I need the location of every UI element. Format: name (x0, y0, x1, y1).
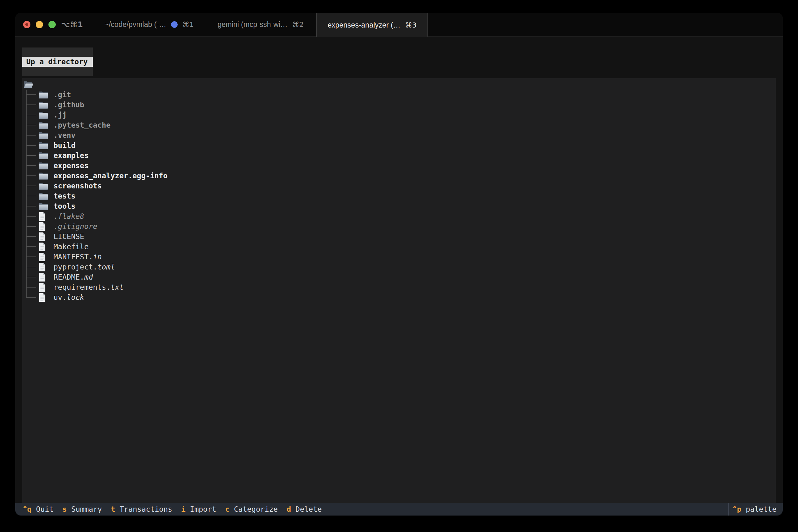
keybinding-label: Quit (36, 505, 54, 513)
tree-guide-line (23, 171, 39, 181)
file-tree: .git .github .jj .pytest_cache .venv (22, 78, 776, 503)
file-icon (39, 283, 48, 292)
folder-icon (39, 162, 48, 170)
keybinding-label: Delete (296, 505, 322, 513)
tab-bar: ⌥⌘1 ~/code/pvmlab (-… ⌘1 gemini (mcp-ssh… (15, 13, 783, 37)
folder-icon (39, 111, 48, 119)
tree-item[interactable]: build (23, 140, 776, 150)
footer-keybinding[interactable]: iImport (181, 505, 216, 513)
tree-item[interactable]: README.md (23, 272, 776, 282)
file-icon (39, 242, 48, 251)
tree-guide-line (23, 120, 39, 130)
tree-guide-line (23, 150, 39, 160)
keybinding-key: t (111, 505, 115, 513)
tab-gemini[interactable]: gemini (mcp-ssh-wi… ⌘2 (205, 13, 316, 36)
folder-icon (39, 152, 48, 159)
folder-icon (39, 131, 48, 139)
tree-guide-line (23, 191, 39, 201)
tree-guide-line (23, 130, 39, 140)
tree-item[interactable]: pyproject.toml (23, 262, 776, 272)
tree-item[interactable]: .flake8 (23, 211, 776, 221)
tree-item-label: pyproject.toml (54, 263, 115, 271)
tree-guide-line (23, 231, 39, 242)
close-window-button[interactable] (23, 21, 31, 28)
tree-guide-line (23, 282, 39, 292)
tree-item-label: expenses (54, 162, 89, 170)
tab-shortcut: ⌘3 (405, 21, 417, 29)
tree-guide-line (23, 110, 39, 120)
tree-guide-line (23, 221, 39, 231)
file-icon (39, 252, 48, 262)
up-a-directory-label: Up a directory (22, 57, 93, 67)
footer-keybindings: ^qQuit sSummary tTransactions iImport cC… (15, 503, 728, 515)
tree-item-label: README.md (54, 273, 93, 281)
command-palette-button[interactable]: ^p palette (728, 503, 783, 515)
tree-item-label: .venv (54, 131, 75, 139)
tree-root[interactable] (23, 79, 776, 90)
tree-item[interactable]: uv.lock (23, 292, 776, 302)
footer-keybinding[interactable]: sSummary (62, 505, 102, 513)
minimize-window-button[interactable] (36, 21, 43, 28)
tree-item-label: tools (54, 202, 75, 210)
keybinding-key: d (287, 505, 291, 513)
tree-item[interactable]: .venv (23, 130, 776, 140)
file-icon (39, 222, 48, 231)
keybinding-label: Import (190, 505, 216, 513)
tree-guide-line (23, 262, 39, 272)
tree-item[interactable]: requirements.txt (23, 282, 776, 292)
tab-activity-dot (171, 21, 178, 28)
folder-icon (39, 91, 48, 99)
file-icon (39, 212, 48, 221)
tab-pvmlab[interactable]: ~/code/pvmlab (-… ⌘1 (93, 13, 205, 36)
tab-shortcut: ⌘2 (292, 21, 304, 28)
folder-icon (39, 202, 48, 210)
folder-icon (39, 192, 48, 200)
footer-keybinding[interactable]: ^qQuit (23, 505, 54, 513)
tree-guide-line (23, 90, 39, 100)
tree-item-label: MANIFEST.in (54, 253, 102, 261)
keybinding-label: Transactions (120, 505, 172, 513)
file-icon (39, 273, 48, 282)
tree-item[interactable]: .git (23, 90, 776, 100)
tree-item-label: .gitignore (54, 222, 97, 230)
tree-item-label: Makefile (54, 243, 89, 251)
tree-item[interactable]: expenses_analyzer.egg-info (23, 171, 776, 181)
zoom-window-button[interactable] (49, 21, 56, 28)
tree-item[interactable]: tests (23, 191, 776, 201)
tab-expenses-analyzer[interactable]: expenses-analyzer (… ⌘3 (316, 13, 428, 37)
tree-item[interactable]: .gitignore (23, 221, 776, 231)
palette-label: palette (746, 505, 777, 513)
footer-keybinding[interactable]: cCategorize (225, 505, 278, 513)
tree-item[interactable]: screenshots (23, 181, 776, 191)
tree-item-label: expenses_analyzer.egg-info (54, 172, 168, 180)
up-a-directory-button[interactable]: Up a directory (22, 48, 93, 76)
footer-keybinding[interactable]: dDelete (287, 505, 322, 513)
tree-item[interactable]: examples (23, 150, 776, 160)
keybinding-label: Summary (71, 505, 102, 513)
tree-item-label: .github (54, 101, 84, 109)
tree-item-label: .git (54, 91, 71, 99)
tree-guide-line (23, 292, 39, 302)
tree-item-label: build (54, 141, 75, 150)
tree-item-label: examples (54, 151, 89, 159)
tree-item[interactable]: tools (23, 201, 776, 211)
tree-item[interactable]: Makefile (23, 242, 776, 252)
tree-item[interactable]: LICENSE (23, 231, 776, 242)
tree-item[interactable]: MANIFEST.in (23, 252, 776, 262)
window-shortcut-label: ⌥⌘1 (61, 20, 83, 29)
folder-icon (39, 141, 48, 150)
tab-shortcut: ⌘1 (183, 21, 194, 28)
footer-keybinding[interactable]: tTransactions (111, 505, 172, 513)
tree-item-label: LICENSE (54, 232, 84, 241)
tree-item[interactable]: expenses (23, 160, 776, 171)
tab-title: ~/code/pvmlab (-… (104, 20, 166, 29)
tree-guide-line (23, 100, 39, 110)
tree-item[interactable]: .jj (23, 110, 776, 120)
file-icon (39, 232, 48, 241)
tree-item[interactable]: .github (23, 100, 776, 110)
tree-guide-line (23, 252, 39, 262)
tree-item[interactable]: .pytest_cache (23, 120, 776, 130)
tab-list: ~/code/pvmlab (-… ⌘1 gemini (mcp-ssh-wi…… (93, 13, 428, 36)
terminal-window: ⌥⌘1 ~/code/pvmlab (-… ⌘1 gemini (mcp-ssh… (15, 13, 783, 515)
tree-guide-line (23, 211, 39, 221)
